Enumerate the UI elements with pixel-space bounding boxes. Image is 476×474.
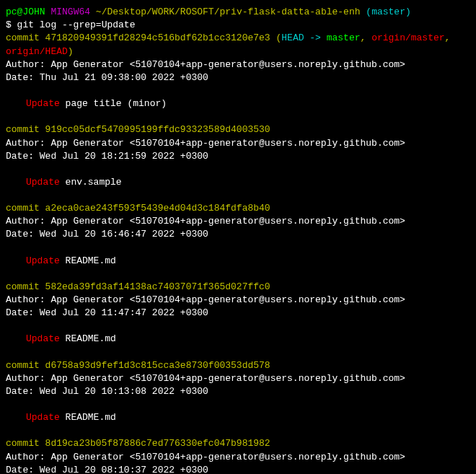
prompt-line: pc@JOHN MINGW64 ~/Desktop/WORK/ROSOFT/pr… [6, 6, 470, 19]
prompt-path: ~/Desktop/WORK/ROSOFT/priv-flask-datta-a… [96, 6, 361, 17]
master-ref: master [327, 32, 361, 43]
msg-rest: README.md [66, 333, 116, 344]
commit-date: Date: Wed Jul 20 11:47:47 2022 +0300 [6, 307, 470, 320]
commit-author: Author: App Generator <51070104+app-gene… [6, 451, 470, 464]
prompt-branch: master [371, 6, 405, 17]
blank-line [6, 84, 470, 97]
head-ref: HEAD -> [281, 32, 326, 43]
blank-line [6, 398, 470, 411]
msg-keyword: Update [26, 177, 66, 188]
commit-label: commit [6, 360, 45, 371]
commit-date: Date: Wed Jul 20 10:13:08 2022 +0300 [6, 385, 470, 398]
blank-line [6, 268, 470, 281]
command-prefix: $ [6, 19, 17, 30]
msg-keyword: Update [26, 98, 66, 109]
commit-date: Date: Wed Jul 20 08:10:37 2022 +0300 [6, 464, 470, 474]
blank-line [6, 346, 470, 359]
blank-line [6, 189, 470, 202]
blank-line [6, 110, 470, 123]
blank-line [6, 242, 470, 255]
msg-rest: env.sample [66, 177, 122, 188]
commit-author: Author: App Generator <51070104+app-gene… [6, 294, 470, 307]
command-line[interactable]: $ git log --grep=Update [6, 19, 470, 32]
prompt-host: MINGW64 [50, 6, 90, 17]
commit-hash: 471820949391fd28294c516bdf62b1cc3120e7e3 [45, 32, 270, 43]
commit-hash: 919cc05dcf5470995199ffdc93323589d4003530 [45, 124, 270, 135]
refs-open: ( [270, 32, 282, 43]
commit-header: commit 471820949391fd28294c516bdf62b1cc3… [6, 32, 470, 58]
commit-message: Update page title (minor) [6, 97, 470, 110]
ref-sep: , [361, 32, 372, 43]
commit-hash: 8d19ca23b05f87886c7ed776330efc047b981982 [45, 438, 270, 449]
branch-open: ( [366, 6, 371, 17]
blank-line [6, 424, 470, 437]
commit-message: Update env.sample [6, 176, 470, 189]
commit-header: commit 8d19ca23b05f87886c7ed776330efc047… [6, 437, 470, 450]
commit-date: Date: Wed Jul 20 16:46:47 2022 +0300 [6, 228, 470, 241]
blank-line [6, 163, 470, 176]
commit-author: Author: App Generator <51070104+app-gene… [6, 372, 470, 385]
origin-master-ref: origin/master [371, 32, 444, 43]
commit-header: commit 582eda39fd3af14138ac74037071f365d… [6, 281, 470, 294]
blank-line [6, 320, 470, 333]
msg-rest: README.md [66, 412, 116, 423]
command-text: git log --grep=Update [17, 19, 136, 30]
commit-label: commit [6, 438, 45, 449]
commit-label: commit [6, 124, 45, 135]
msg-rest: README.md [66, 255, 116, 266]
commit-message: Update README.md [6, 255, 470, 268]
commit-author: Author: App Generator <51070104+app-gene… [6, 58, 470, 71]
commit-label: commit [6, 32, 45, 43]
msg-keyword: Update [26, 255, 66, 266]
ref-sep: , [445, 32, 451, 43]
commit-label: commit [6, 203, 45, 214]
commit-header: commit 919cc05dcf5470995199ffdc93323589d… [6, 123, 470, 136]
commit-hash: d6758a93d9fef1d3c815cca3e8730f00353dd578 [45, 360, 270, 371]
refs-close: ) [68, 46, 74, 57]
commit-author: Author: App Generator <51070104+app-gene… [6, 215, 470, 228]
commit-message: Update README.md [6, 411, 470, 424]
commit-date: Date: Wed Jul 20 18:21:59 2022 +0300 [6, 150, 470, 163]
origin-head-ref: origin/HEAD [6, 46, 68, 57]
commit-date: Date: Thu Jul 21 09:38:00 2022 +0300 [6, 71, 470, 84]
branch-close: ) [405, 6, 411, 17]
commit-label: commit [6, 281, 45, 292]
commit-hash: 582eda39fd3af14138ac74037071f365d027ffc0 [45, 281, 270, 292]
commit-header: commit a2eca0cae243f593f5439e4d04d3c184f… [6, 202, 470, 215]
commit-author: Author: App Generator <51070104+app-gene… [6, 137, 470, 150]
msg-rest: page title (minor) [66, 98, 167, 109]
commit-header: commit d6758a93d9fef1d3c815cca3e8730f003… [6, 359, 470, 372]
msg-keyword: Update [26, 333, 66, 344]
commit-message: Update README.md [6, 333, 470, 346]
msg-keyword: Update [26, 412, 66, 423]
commit-hash: a2eca0cae243f593f5439e4d04d3c184fdfa8b40 [45, 203, 270, 214]
prompt-user: pc@JOHN [6, 6, 45, 17]
